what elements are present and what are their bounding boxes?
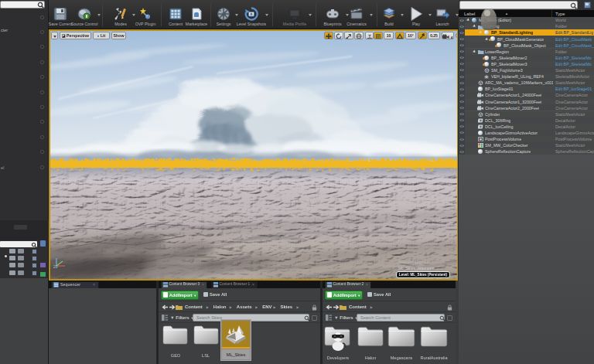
svg-text:20: 20 — [53, 264, 58, 269]
